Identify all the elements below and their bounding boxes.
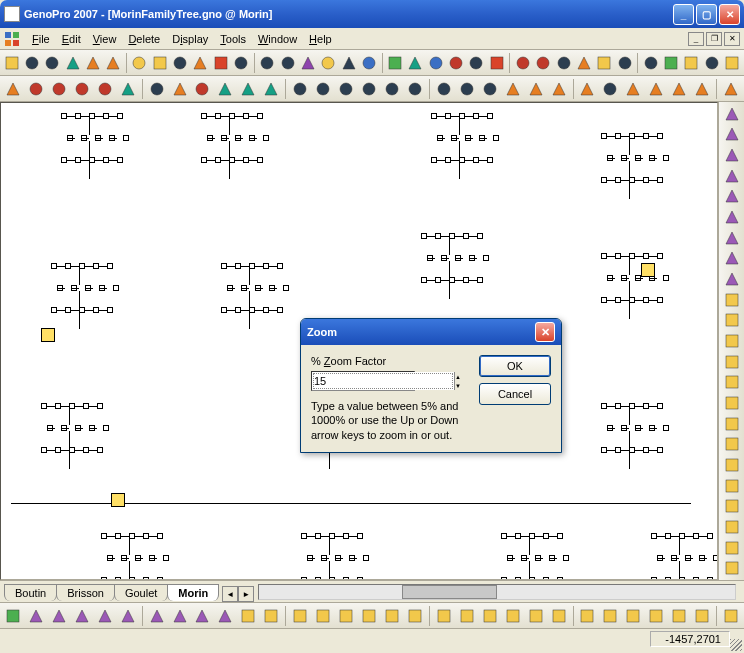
toolbar2-arrow-l-icon[interactable] [25,78,47,100]
toolbar2-arrow-r-icon[interactable] [48,78,70,100]
toolbarb-b16-icon[interactable] [381,605,403,627]
toolbar1-clipboard-icon[interactable] [211,52,230,74]
toolbar1-person-pet-icon[interactable] [359,52,378,74]
menu-help[interactable]: Help [303,31,338,47]
menu-edit[interactable]: Edit [56,31,87,47]
toolbar2-font-icon[interactable] [599,78,621,100]
toolbar-right-r23-icon[interactable] [721,558,743,578]
toolbarb-b13-icon[interactable] [312,605,334,627]
toolbar1-bolt2-icon[interactable] [574,52,593,74]
toolbar2-org5-icon[interactable] [381,78,403,100]
toolbar1-twins-b-icon[interactable] [534,52,553,74]
toolbarb-b20-icon[interactable] [479,605,501,627]
mdi-minimize[interactable]: _ [688,32,704,46]
toolbar1-cut-icon[interactable] [150,52,169,74]
toolbarb-b4-icon[interactable] [94,605,116,627]
menu-view[interactable]: View [87,31,123,47]
mdi-close[interactable]: ✕ [724,32,740,46]
toolbar-right-r9-icon[interactable] [721,269,743,289]
toolbar-right-r4-icon[interactable] [721,166,743,186]
horizontal-scrollbar[interactable] [258,584,736,600]
toolbar2-zoom-in-icon[interactable] [192,78,214,100]
toolbarb-b25-icon[interactable] [599,605,621,627]
toolbar1-table-icon[interactable] [83,52,102,74]
toolbarb-b21-icon[interactable] [502,605,524,627]
tab-morin[interactable]: Morin [167,584,219,601]
toolbarb-b14-icon[interactable] [335,605,357,627]
menu-window[interactable]: Window [252,31,303,47]
toolbarb-b8-icon[interactable] [192,605,214,627]
zoom-ok-button[interactable]: OK [479,355,551,377]
tab-brisson[interactable]: Brisson [56,584,115,601]
toolbar1-find-icon[interactable] [278,52,297,74]
toolbar2-arrow-dl-icon[interactable] [117,78,139,100]
toolbarb-b30-icon[interactable] [720,605,742,627]
toolbar-right-r14-icon[interactable] [721,373,743,393]
zoom-spin-down[interactable]: ▼ [454,381,461,390]
toolbar2-arrow-u-icon[interactable] [94,78,116,100]
toolbar2-org7-icon[interactable] [433,78,455,100]
toolbar1-print-preview-icon[interactable] [130,52,149,74]
toolbar2-label-icon[interactable] [622,78,644,100]
toolbar1-undo-icon[interactable] [231,52,250,74]
toolbar2-org4-icon[interactable] [358,78,380,100]
toolbar2-org3-icon[interactable] [335,78,357,100]
toolbar1-wand-icon[interactable] [641,52,660,74]
toolbar2-zoom-out-icon[interactable] [214,78,236,100]
toolbar1-print-icon[interactable] [104,52,123,74]
toolbar-right-r6-icon[interactable] [721,207,743,227]
toolbar1-cal-icon[interactable] [595,52,614,74]
toolbar-right-r16-icon[interactable] [721,414,743,434]
toolbar1-cup-icon[interactable] [722,52,741,74]
toolbar1-twins-a-icon[interactable] [513,52,532,74]
toolbarb-b6-icon[interactable] [146,605,168,627]
toolbar2-smile-icon[interactable] [720,78,742,100]
toolbar-right-r18-icon[interactable] [721,455,743,475]
zoom-factor-input[interactable] [312,372,454,390]
toolbarb-b22-icon[interactable] [525,605,547,627]
toolbar-right-r1-icon[interactable] [721,104,743,124]
toolbarb-b5-icon[interactable] [117,605,139,627]
toolbar-right-r8-icon[interactable] [721,249,743,269]
toolbarb-b24-icon[interactable] [577,605,599,627]
toolbar1-help-icon[interactable] [702,52,721,74]
toolbar-right-r17-icon[interactable] [721,435,743,455]
toolbarb-b11-icon[interactable] [260,605,282,627]
toolbarb-b29-icon[interactable] [691,605,713,627]
toolbarb-b3-icon[interactable] [71,605,93,627]
minimize-button[interactable]: _ [673,4,694,25]
toolbar1-open-icon[interactable] [22,52,41,74]
menu-delete[interactable]: Delete [122,31,166,47]
toolbar1-bolt-icon[interactable] [554,52,573,74]
zoom-factor-spinner[interactable]: ▲ ▼ [311,371,415,391]
toolbar1-new-icon[interactable] [2,52,21,74]
tab-goulet[interactable]: Goulet [114,584,168,601]
toolbar2-zoom-fit-icon[interactable] [237,78,259,100]
toolbar2-grid3-icon[interactable] [668,78,690,100]
toolbarb-b19-icon[interactable] [456,605,478,627]
toolbarb-b15-icon[interactable] [358,605,380,627]
menu-tools[interactable]: Tools [214,31,252,47]
toolbarb-b12-icon[interactable] [289,605,311,627]
zoom-spin-up[interactable]: ▲ [454,372,461,381]
tab-scroll-right[interactable]: ► [238,586,254,602]
toolbarb-b2-icon[interactable] [48,605,70,627]
zoom-dialog-close[interactable]: ✕ [535,322,555,342]
toolbar2-rect1-icon[interactable] [525,78,547,100]
toolbar2-tools-icon[interactable] [645,78,667,100]
toolbar-right-r13-icon[interactable] [721,352,743,372]
hscroll-thumb[interactable] [402,585,497,599]
toolbar1-person-unknown-icon[interactable] [339,52,358,74]
toolbarb-b10-icon[interactable] [237,605,259,627]
maximize-button[interactable]: ▢ [696,4,717,25]
toolbar1-sep-icon[interactable] [682,52,701,74]
toolbarb-b27-icon[interactable] [645,605,667,627]
toolbarb-b26-icon[interactable] [622,605,644,627]
toolbarb-b7-icon[interactable] [169,605,191,627]
toolbar-right-r20-icon[interactable] [721,496,743,516]
toolbarb-b28-icon[interactable] [668,605,690,627]
toolbar1-redo-icon[interactable] [258,52,277,74]
toolbar1-family-icon[interactable] [385,52,404,74]
toolbar1-person-male-icon[interactable] [298,52,317,74]
tab-boutin[interactable]: Boutin [4,584,57,601]
